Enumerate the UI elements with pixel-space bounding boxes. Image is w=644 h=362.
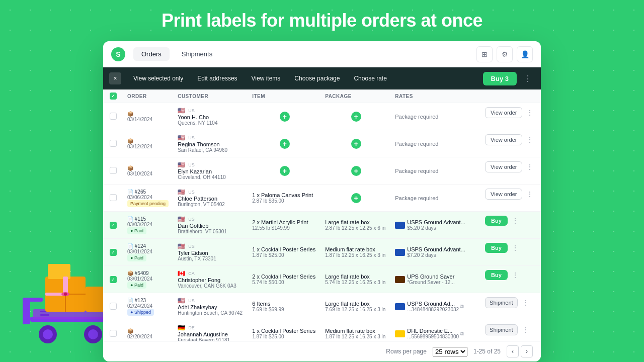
row-checkbox[interactable]: ✓: [110, 222, 117, 229]
country-code: US: [188, 108, 195, 113]
view-selected-action[interactable]: View selected only: [127, 73, 189, 84]
package-required-label: Package required: [395, 114, 438, 120]
item-name: 1 x Cocktail Poster Series: [252, 328, 317, 334]
copy-icon[interactable]: ⧉: [460, 303, 464, 310]
add-package-button[interactable]: +: [351, 139, 361, 149]
rate-detail: *Ground Saver - 12...: [407, 280, 455, 285]
add-item-button[interactable]: +: [280, 112, 290, 122]
row-more-icon[interactable]: ⋮: [510, 217, 521, 225]
rows-per-page-select[interactable]: 25 rows 50 rows: [433, 347, 467, 356]
dhl-icon: [395, 330, 405, 337]
row-checkbox[interactable]: [110, 113, 117, 120]
prev-page-button[interactable]: ‹: [507, 345, 519, 357]
row-more-icon[interactable]: ⋮: [524, 163, 535, 171]
item-col-header: ITEM: [248, 89, 321, 103]
settings-icon[interactable]: ⚙: [497, 46, 513, 62]
rows-per-page-label: Rows per page: [386, 348, 427, 355]
shipment-button[interactable]: Shipment: [485, 324, 517, 335]
package-dims: 5.74 lb 12.25 x 16.25 x 3 in: [325, 280, 387, 285]
customer-name: Tyler Eidson: [178, 250, 244, 256]
order-date: 02/24/2024: [127, 303, 170, 309]
user-icon[interactable]: 👤: [517, 46, 533, 62]
buy-rate-button[interactable]: Buy: [485, 216, 508, 226]
rate-detail: $5.20 2 days: [407, 225, 465, 231]
order-date: 02/20/2024: [127, 334, 170, 339]
add-item-button[interactable]: +: [280, 166, 290, 176]
row-checkbox[interactable]: [110, 167, 117, 174]
add-package-button[interactable]: +: [351, 166, 361, 176]
item-detail: 1.87 lb $25.00: [252, 334, 317, 339]
customer-address: Cleveland, OH 44110: [178, 174, 244, 180]
ups-icon: [395, 276, 405, 283]
view-order-button[interactable]: View order: [485, 189, 522, 200]
item-detail: 1.87 lb $25.00: [252, 252, 317, 258]
tab-orders[interactable]: Orders: [133, 47, 170, 61]
view-order-button[interactable]: View order: [485, 161, 522, 172]
add-package-button[interactable]: +: [351, 112, 361, 122]
status-badge: ● Shipped: [127, 309, 154, 316]
package-dims: 2.87 lb 12.25 x 12.25 x 6 in: [325, 225, 387, 231]
rate-carrier: USPS Ground Advant...: [407, 219, 465, 225]
shipment-button[interactable]: Shipment: [485, 297, 517, 308]
row-more-icon[interactable]: ⋮: [520, 326, 531, 334]
orders-table-container: ✓ ORDER CUSTOMER ITEM PACKAGE RATES: [103, 89, 541, 341]
customer-address: Brattleboro, VT 05301: [178, 229, 244, 234]
page-headline: Print labels for multiple orders at once: [162, 10, 482, 31]
table-row: 📦 03/14/2024 🇺🇸 US Yoon H. Cho Queens, N…: [103, 103, 541, 130]
close-icon[interactable]: ×: [109, 72, 121, 84]
add-package-button[interactable]: +: [351, 193, 361, 203]
package-required-label: Package required: [395, 168, 438, 174]
row-more-icon[interactable]: ⋮: [524, 190, 535, 198]
order-date: 03/01/2024: [127, 249, 170, 254]
row-more-icon[interactable]: ⋮: [524, 136, 535, 144]
row-checkbox[interactable]: [110, 140, 117, 147]
row-more-icon[interactable]: ⋮: [510, 244, 521, 252]
buy-rate-button[interactable]: Buy: [485, 270, 508, 280]
add-item-button[interactable]: +: [280, 139, 290, 149]
status-badge: ● Paid: [127, 254, 146, 261]
row-checkbox[interactable]: ✓: [110, 249, 117, 256]
customer-name: Adhi Zhaksybay: [178, 304, 244, 310]
select-all-checkbox[interactable]: ✓: [110, 93, 117, 100]
buy-button[interactable]: Buy 3: [483, 72, 517, 85]
order-date: 03/14/2024: [127, 117, 170, 122]
table-header: ✓ ORDER CUSTOMER ITEM PACKAGE RATES: [103, 89, 541, 103]
tracking-number: ...34848488292023032: [407, 307, 459, 312]
row-checkbox[interactable]: [110, 303, 117, 310]
country-flag: 🇺🇸: [178, 107, 185, 114]
table-row: 📦 03/12/2024 🇺🇸 US Regina Thomson San Ra…: [103, 130, 541, 157]
row-more-icon[interactable]: ⋮: [524, 109, 535, 117]
order-date: 03/12/2024: [127, 144, 170, 149]
order-icon: 📦: [127, 328, 170, 334]
view-order-button[interactable]: View order: [485, 107, 522, 118]
row-more-icon[interactable]: ⋮: [510, 271, 521, 279]
country-flag: 🇨🇦: [178, 270, 185, 277]
table-body: 📦 03/14/2024 🇺🇸 US Yoon H. Cho Queens, N…: [103, 103, 541, 341]
edit-addresses-action[interactable]: Edit addresses: [191, 73, 243, 84]
app-window: S Orders Shipments ⊞ ⚙ 👤 × View selected…: [103, 41, 541, 361]
row-more-icon[interactable]: ⋮: [520, 299, 531, 307]
view-order-button[interactable]: View order: [485, 134, 522, 145]
customer-address: Burlington, VT 05402: [178, 202, 244, 207]
table-row: 📄 #265 03/06/2024 Payment pending 🇺🇸 US …: [103, 185, 541, 212]
package-name: Medium flat rate box: [325, 328, 387, 334]
customer-name: Christopher Fong: [178, 277, 244, 283]
next-page-button[interactable]: ›: [521, 345, 533, 357]
item-name: 2 x Cocktail Poster Series: [252, 274, 317, 280]
grid-icon[interactable]: ⊞: [476, 46, 493, 62]
more-options-icon[interactable]: ⋮: [521, 71, 535, 85]
order-number: 📦 #5409: [127, 270, 170, 276]
table-row: ✓ 📄 #124 03/01/2024 ● Paid 🇺🇸 US Tyler E: [103, 239, 541, 266]
tab-shipments[interactable]: Shipments: [174, 47, 220, 61]
choose-package-action[interactable]: Choose package: [288, 73, 346, 84]
row-checkbox[interactable]: [110, 194, 117, 201]
package-dims: 1.87 lb 12.25 x 16.25 x 3 in: [325, 252, 387, 258]
choose-rate-action[interactable]: Choose rate: [348, 73, 392, 84]
view-items-action[interactable]: View items: [246, 73, 287, 84]
row-checkbox[interactable]: ✓: [110, 276, 117, 283]
row-checkbox[interactable]: [110, 330, 117, 337]
package-required-label: Package required: [395, 141, 438, 147]
buy-rate-button[interactable]: Buy: [485, 243, 508, 253]
package-dims: 7.69 lb 12.25 x 16.25 x 3 in: [325, 307, 387, 312]
copy-icon[interactable]: ⧉: [460, 330, 464, 337]
